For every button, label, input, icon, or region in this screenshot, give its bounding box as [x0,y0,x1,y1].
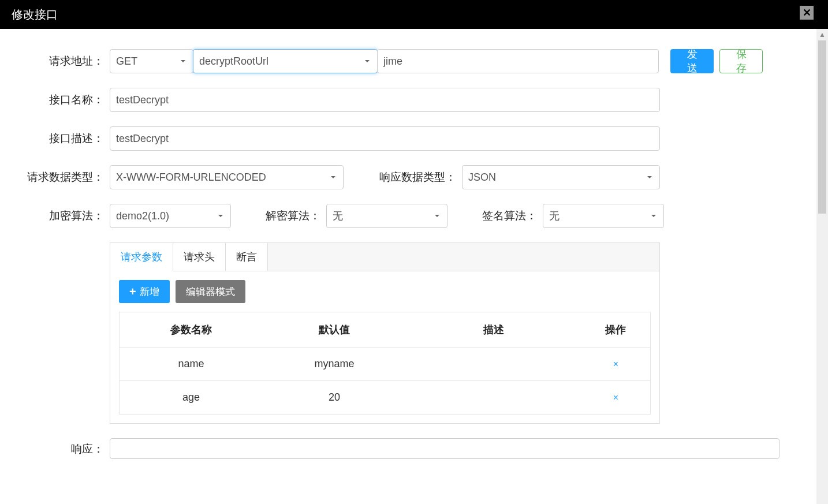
cell-desc[interactable] [406,348,581,381]
path-input[interactable] [377,49,659,73]
close-icon[interactable]: ✕ [800,6,814,20]
response-type-label: 响应数据类型： [344,170,462,185]
tab-request-headers[interactable]: 请求头 [173,243,226,271]
decrypt-algo-select[interactable]: 无 [326,204,447,228]
response-label: 响应： [12,438,110,457]
cell-name[interactable]: age [120,381,263,415]
api-name-label: 接口名称： [12,92,110,107]
send-button[interactable]: 发送 [670,49,714,73]
api-desc-input[interactable] [110,126,660,151]
request-type-label: 请求数据类型： [12,170,110,185]
sign-algo-label: 签名算法： [447,208,543,223]
delete-row-icon[interactable]: × [613,359,618,369]
modal-title: 修改接口 [12,7,58,23]
request-address-label: 请求地址： [12,54,110,69]
th-param-name: 参数名称 [120,312,263,348]
encrypt-algo-label: 加密算法： [12,208,110,223]
api-name-input[interactable] [110,88,660,112]
cell-default[interactable]: 20 [263,381,406,415]
params-table: 参数名称 默认值 描述 操作 name myname × age [119,312,651,415]
tab-assertions[interactable]: 断言 [226,243,268,271]
decrypt-algo-label: 解密算法： [231,208,326,223]
save-button[interactable]: 保存 [719,49,763,73]
add-param-button[interactable]: + 新增 [119,280,170,303]
cell-name[interactable]: name [120,348,263,381]
encrypt-algo-select[interactable]: demo2(1.0) [110,204,231,228]
response-type-select[interactable]: JSON [462,165,660,189]
th-action: 操作 [581,312,651,348]
editor-mode-button[interactable]: 编辑器模式 [176,280,245,303]
scroll-thumb[interactable] [818,40,826,214]
th-default: 默认值 [263,312,406,348]
cell-default[interactable]: myname [263,348,406,381]
params-tabs-panel: 请求参数 请求头 断言 + 新增 编辑器模式 参数名称 默认值 描述 操作 [110,242,660,424]
vertical-scrollbar[interactable]: ▲ [816,29,828,504]
response-output [110,438,779,459]
http-method-select[interactable]: GET [110,49,193,73]
cell-desc[interactable] [406,381,581,415]
sign-algo-select[interactable]: 无 [543,204,664,228]
table-row: name myname × [120,348,651,381]
th-desc: 描述 [406,312,581,348]
table-row: age 20 × [120,381,651,415]
api-desc-label: 接口描述： [12,131,110,146]
plus-icon: + [129,285,136,298]
delete-row-icon[interactable]: × [613,393,618,402]
modal-header: 修改接口 ✕ [0,0,828,29]
scroll-up-arrow[interactable]: ▲ [816,29,828,40]
request-type-select[interactable]: X-WWW-FORM-URLENCODED [110,165,344,189]
tab-request-params[interactable]: 请求参数 [110,243,173,271]
root-url-select[interactable]: decryptRootUrl [193,49,378,73]
